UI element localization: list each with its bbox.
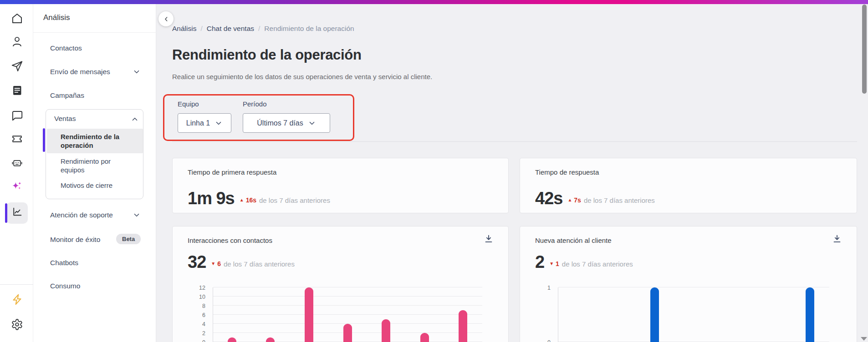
equipo-filter-label: Equipo	[178, 100, 199, 108]
robot-icon[interactable]	[8, 154, 26, 172]
sidebar-item-consumo[interactable]: Consumo	[50, 282, 80, 291]
sidebar-item-rendimiento-por-equipos[interactable]: Rendimiento por equipos	[61, 157, 133, 174]
bar-slot	[558, 287, 597, 342]
bar-slot	[251, 287, 290, 342]
delta-up-icon: ▲	[240, 198, 244, 202]
sidebar-item-envio-de-mensajes[interactable]: Envío de mensajes	[50, 67, 110, 76]
delta-note: de los 7 días anteriores	[562, 260, 633, 268]
chat-bubble-icon[interactable]	[8, 106, 26, 124]
download-icon[interactable]	[830, 232, 844, 246]
chart-bars	[558, 287, 829, 342]
card-interactions: Interacciones con contactos 32 ▼ 6 de lo…	[172, 226, 509, 342]
card-new-service: Nueva atención al cliente 2 ▼ 1 de los 7…	[520, 226, 857, 342]
metric-value: 42s	[535, 189, 562, 207]
scrollbar-down-arrow[interactable]	[861, 337, 867, 341]
delta-value: 16s	[246, 196, 256, 204]
periodo-select[interactable]: Últimos 7 días	[243, 113, 330, 133]
chevron-down-icon[interactable]	[133, 68, 141, 76]
sidebar-item-chatbots[interactable]: Chatbots	[50, 258, 78, 267]
breadcrumb-separator: /	[200, 25, 202, 33]
delta-note: de los 7 días anteriores	[259, 196, 330, 204]
page-title: Rendimiento de la operación	[172, 47, 362, 63]
rail-divider	[0, 284, 33, 285]
metric-value: 32	[188, 253, 206, 271]
sidebar-title: Análisis	[43, 13, 70, 22]
delta-value: 7s	[574, 196, 581, 204]
collapse-sidebar-button[interactable]	[158, 11, 174, 26]
bar-slot	[713, 287, 752, 342]
sidebar-item-ventas[interactable]: Ventas	[54, 115, 76, 123]
delta-up: ▲ 16s	[240, 196, 256, 204]
delta-value: 1	[556, 260, 559, 267]
lightning-icon[interactable]	[8, 290, 26, 308]
interactions-bar-chart: 121086420	[213, 287, 482, 342]
delta-down-icon: ▼	[211, 262, 215, 266]
vertical-scrollbar-thumb[interactable]	[862, 5, 867, 94]
card-title: Interacciones con contactos	[188, 236, 272, 244]
delta-up-icon: ▲	[567, 198, 572, 202]
ticket-icon[interactable]	[8, 130, 26, 148]
sidebar-item-rendimiento-operacion-active[interactable]: Rendimiento de la operación	[47, 129, 143, 153]
bar-slot	[674, 287, 713, 342]
card-first-response-time: Tiempo de primera respuesta 1m 9s ▲ 16s …	[172, 158, 509, 213]
rail-active-indicator	[5, 203, 7, 223]
delta-down-icon: ▼	[549, 262, 554, 266]
bar	[382, 319, 390, 342]
bar-slot	[444, 287, 482, 342]
chart-bars	[213, 287, 482, 342]
breadcrumb-separator: /	[258, 25, 260, 33]
delta-value: 6	[217, 260, 221, 267]
chart-ylabels: 121086420	[192, 287, 209, 342]
sidebar-item-contactos[interactable]: Contactos	[50, 44, 82, 53]
icon-rail	[0, 4, 33, 342]
bar	[228, 337, 236, 342]
home-icon[interactable]	[8, 9, 26, 27]
breadcrumb-analisis[interactable]: Análisis	[172, 25, 196, 33]
sidebar-item-atencion-de-soporte[interactable]: Atención de soporte	[50, 211, 113, 220]
delta-up: ▲ 7s	[567, 196, 581, 204]
sidebar-item-motivos-de-cierre[interactable]: Motivos de cierre	[61, 181, 112, 189]
sidebar-divider	[33, 32, 156, 33]
ventas-group: Ventas Rendimiento de la operación Rendi…	[46, 109, 143, 199]
active-item-indicator	[43, 128, 45, 152]
sidebar-item-campanas[interactable]: Campañas	[50, 91, 84, 100]
contacts-user-icon[interactable]	[8, 32, 26, 50]
bar-slot	[367, 287, 405, 342]
metric-value: 2	[535, 253, 544, 271]
bar	[650, 287, 659, 342]
bar-slot	[791, 287, 829, 342]
chevron-down-icon[interactable]	[133, 211, 141, 219]
bar-slot	[328, 287, 367, 342]
bar	[305, 287, 313, 342]
bar-slot	[597, 287, 635, 342]
equipo-select[interactable]: Linha 1	[178, 113, 231, 133]
chevron-down-icon	[214, 119, 223, 127]
breadcrumb-current: Rendimiento de la operación	[264, 25, 354, 33]
metric-value: 1m 9s	[188, 189, 235, 207]
bar	[266, 337, 275, 342]
breadcrumb-chat-de-ventas[interactable]: Chat de ventas	[207, 25, 254, 33]
chevron-up-icon[interactable]	[131, 115, 139, 123]
settings-gear-icon[interactable]	[8, 315, 26, 333]
delta-down: ▼ 1	[549, 260, 559, 267]
delta-note: de los 7 días anteriores	[584, 196, 655, 204]
periodo-filter-label: Período	[243, 100, 267, 108]
bar	[343, 324, 352, 342]
breadcrumb: Análisis / Chat de ventas / Rendimiento …	[172, 25, 354, 33]
chart-ylabels: 10	[537, 287, 554, 342]
sparkles-ai-icon[interactable]	[8, 177, 26, 196]
main-content: Análisis / Chat de ventas / Rendimiento …	[156, 4, 868, 342]
card-title: Tiempo de respuesta	[535, 168, 599, 176]
card-response-time: Tiempo de respuesta 42s ▲ 7s de los 7 dí…	[520, 158, 857, 213]
analytics-chart-icon[interactable]	[8, 202, 26, 221]
card-title: Tiempo de primera respuesta	[188, 168, 276, 176]
send-message-icon[interactable]	[8, 57, 26, 75]
bar-slot	[752, 287, 791, 342]
page-subtitle: Realice un seguimiento de los datos de s…	[172, 73, 432, 80]
document-icon[interactable]	[8, 81, 26, 99]
bar-slot	[290, 287, 328, 342]
bar-slot	[405, 287, 444, 342]
sidebar-item-monitor-de-exito[interactable]: Monitor de éxito	[50, 235, 100, 244]
bar	[459, 310, 467, 342]
download-icon[interactable]	[482, 232, 495, 246]
